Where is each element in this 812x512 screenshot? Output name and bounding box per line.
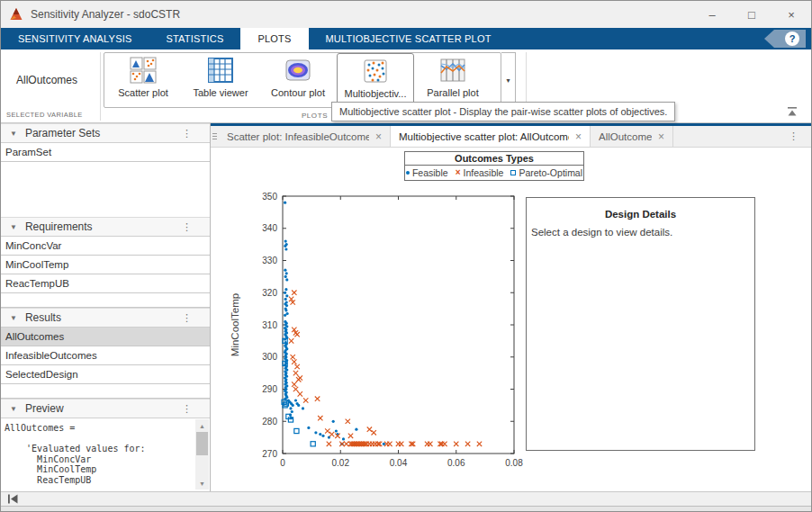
list-item[interactable]: MinCoolTemp [1,256,210,274]
section-header-results[interactable]: ▼ Results ⋮ [1,308,210,328]
maximize-button[interactable]: □ [732,1,771,28]
collapse-ribbon-icon[interactable] [786,107,798,117]
browser-sidebar: ▼ Parameter Sets ⋮ ParamSet ▼ Requiremen… [1,123,211,506]
close-tab-icon[interactable]: × [658,130,664,143]
section-menu-icon[interactable]: ⋮ [182,221,192,233]
design-details-message: Select a design to view details. [531,227,754,238]
chart-legend: Outcomes Types Feasible×InfeasiblePareto… [404,151,584,181]
section-menu-icon[interactable]: ⋮ [182,312,192,324]
main-status-bar [211,491,811,506]
section-header-requirements[interactable]: ▼ Requirements ⋮ [1,217,210,237]
plots-gallery: Scatter plot Table viewer Contour plot [104,52,501,108]
design-details-panel: Design Details Select a design to view d… [526,197,755,451]
legend-title: Outcomes Types [405,152,583,166]
tab-multiobjective-scatter-plot[interactable]: MULTIOBJECTIVE SCATTER PLOT [309,28,509,49]
tab-plots[interactable]: PLOTS [240,28,308,49]
tooltip: Multiobjective scatter plot - Display th… [331,102,675,121]
document-tab[interactable]: Scatter plot: InfeasibleOutcomes× [219,126,391,147]
scroll-up-icon[interactable]: ▲ [195,419,209,432]
preview-scrollbar[interactable]: ▲ ▼ [195,419,209,490]
design-details-title: Design Details [527,209,754,220]
multiobjective-scatter-plot-button[interactable]: Multiobjectiv... [337,53,414,107]
table-viewer-icon [207,57,234,84]
scrollbar-thumb[interactable] [196,432,208,455]
window-bottom-edge [1,506,811,512]
selected-variable-caption: SELECTED VARIABLE [6,111,83,119]
svg-text:0: 0 [280,458,285,468]
svg-text:340: 340 [262,223,277,233]
contour-plot-icon [284,57,311,84]
svg-text:280: 280 [262,417,277,427]
document-tab-bar: Scatter plot: InfeasibleOutcomes×Multiob… [211,126,811,148]
svg-text:0.02: 0.02 [332,458,350,468]
selected-variable-dropdown[interactable]: AllOutcomes [1,52,100,108]
legend-item-label: Feasible [412,167,448,178]
scatter-plot-icon [130,57,157,84]
title-bar: Sensitivity Analyzer - sdoCSTR – □ × [1,1,811,28]
svg-text:320: 320 [262,288,277,298]
matlab-logo-icon [9,7,23,22]
window-title: Sensitivity Analyzer - sdoCSTR [31,8,180,21]
contour-plot-label: Contour plot [271,87,325,98]
tab-statistics[interactable]: STATISTICS [149,28,240,49]
empty-row [1,293,210,308]
table-viewer-label: Table viewer [193,87,248,98]
tab-sensitivity-analysis[interactable]: SENSITIVITY ANALYSIS [1,28,149,49]
document-tab-label: Scatter plot: InfeasibleOutcomes [227,131,369,142]
document-area: Scatter plot: InfeasibleOutcomes×Multiob… [211,123,811,491]
gallery-dropdown-button[interactable]: ▾ [501,52,516,108]
svg-text:270: 270 [262,449,277,459]
svg-text:300: 300 [262,352,277,362]
svg-text:0.08: 0.08 [505,458,523,468]
sidebar-status-bar [1,491,211,506]
list-item[interactable]: InfeasibleOutcomes [1,346,210,365]
collapse-triangle-icon[interactable]: ▼ [10,130,17,138]
parallel-plot-label: Parallel plot [427,87,478,98]
empty-row [1,384,210,399]
legend-items: Feasible×InfeasiblePareto-Optimal [405,166,583,180]
scatter-plot-button[interactable]: Scatter plot [104,53,182,107]
close-tab-icon[interactable]: × [375,130,382,143]
svg-text:MinConcVar: MinConcVar [370,472,427,473]
close-button[interactable]: × [771,1,811,28]
document-tab[interactable]: AllOutcomes× [591,126,673,147]
multiobjective-scatter-plot-icon [362,58,389,85]
list-item[interactable]: ParamSet [1,143,210,162]
scroll-down-icon[interactable]: ▼ [195,477,209,490]
legend-item: ×Infeasible [456,167,504,178]
legend-item-label: Infeasible [463,167,503,178]
document-tab[interactable]: Multiobjective scatter plot: AllOutcomes… [391,126,591,147]
parallel-plot-icon [439,57,466,84]
collapse-sidebar-icon[interactable] [7,494,19,504]
list-item[interactable]: AllOutcomes [1,328,210,346]
section-menu-icon[interactable]: ⋮ [182,403,192,415]
collapse-triangle-icon[interactable]: ▼ [10,223,17,231]
parallel-plot-button[interactable]: Parallel plot [414,53,492,107]
list-item[interactable]: MinConcVar [1,237,210,256]
square-marker-icon [510,170,516,175]
preview-text: AllOutcomes = 'Evaluated values for: Min… [5,423,146,485]
svg-text:290: 290 [262,384,277,394]
collapse-triangle-icon[interactable]: ▼ [10,405,17,413]
collapse-triangle-icon[interactable]: ▼ [10,314,17,322]
document-tab-label: Multiobjective scatter plot: AllOutcomes [399,131,569,142]
table-viewer-button[interactable]: Table viewer [182,53,259,107]
ribbon-tab-bar: SENSITIVITY ANALYSIS STATISTICS PLOTS MU… [1,28,811,49]
section-header-parameter-sets[interactable]: ▼ Parameter Sets ⋮ [1,123,210,143]
help-icon: ? [785,31,799,46]
close-tab-icon[interactable]: × [575,130,582,143]
splitter-handle-icon[interactable] [212,126,219,147]
svg-text:310: 310 [262,320,277,330]
multiobjective-scatter-plot-label: Multiobjectiv... [345,88,407,99]
scatter-plot-label: Scatter plot [118,87,168,98]
minimize-button[interactable]: – [692,1,732,28]
contour-plot-button[interactable]: Contour plot [259,53,337,107]
section-header-preview[interactable]: ▼ Preview ⋮ [1,399,210,418]
scatter-chart[interactable]: 00.020.040.060.0827028029030031032033034… [226,176,532,473]
section-menu-icon[interactable]: ⋮ [182,128,192,139]
tab-bar-menu-icon[interactable]: ⋮ [789,130,798,142]
list-item[interactable]: ReacTempUB [1,274,210,293]
legend-item-label: Pareto-Optimal [519,167,582,178]
parameter-sets-list: ParamSet [1,143,210,217]
list-item[interactable]: SelectedDesign [1,365,210,384]
